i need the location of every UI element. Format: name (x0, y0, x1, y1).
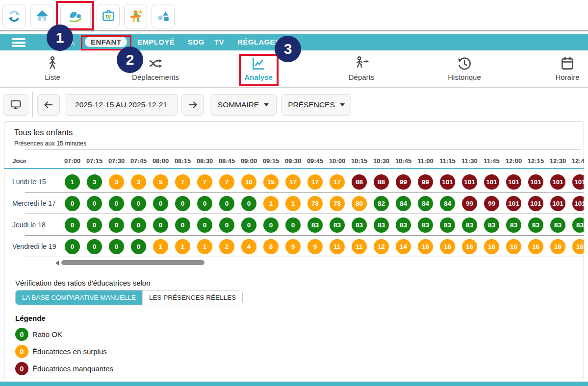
date-range-label: 2025-12-15 AU 2025-12-21 (75, 100, 167, 109)
presence-cell: 17 (282, 174, 304, 190)
shapes-button[interactable] (152, 4, 175, 28)
monitor-view-button[interactable] (3, 94, 28, 116)
presence-count-badge: 16 (572, 239, 584, 254)
presence-cell: 0 (83, 196, 105, 211)
presence-cell: 0 (128, 196, 150, 211)
presence-cell: 16 (503, 239, 525, 254)
presence-cell: 84 (392, 196, 414, 211)
scroll-left-icon[interactable] (55, 261, 59, 265)
time-column-header: 11:00 (414, 157, 436, 165)
presence-cell: 99 (392, 174, 414, 190)
time-column-header: 12:45 (569, 157, 584, 165)
presence-count-badge: 83 (462, 217, 477, 233)
butterfly-button[interactable] (60, 4, 91, 28)
tab-label: Historique (430, 73, 499, 81)
presence-cell: 11 (326, 239, 348, 254)
tv-button[interactable]: tv (97, 4, 120, 28)
chevron-down-icon (264, 103, 269, 106)
hamburger-menu-icon[interactable] (12, 38, 26, 47)
presence-cell: 16 (481, 239, 503, 254)
home-button[interactable] (30, 4, 53, 28)
day-label: Jeudi le 18 (4, 221, 61, 229)
presences-dropdown[interactable]: PRÉSENCES (281, 94, 351, 116)
tab-historique[interactable]: Historique (430, 55, 499, 81)
tab-horaire[interactable]: Horaire (533, 55, 588, 81)
presence-count-badge: 101 (528, 174, 543, 190)
table-header-row: Jour 07:0007:1507:3007:4508:0008:1508:30… (4, 153, 584, 169)
line-chart-icon (250, 55, 267, 72)
nav-item-reglages[interactable]: RÉGLAGES (237, 38, 280, 46)
nav-item-employe[interactable]: EMPLOYÉ (137, 38, 175, 46)
presence-count-badge: 16 (550, 239, 565, 254)
scrollbar-thumb[interactable] (61, 260, 205, 265)
table-row: Vendredi le 1900001112489911111214161616… (4, 236, 584, 257)
divider (32, 92, 33, 117)
time-column-header: 12:00 (503, 157, 525, 165)
nav-item-enfant[interactable]: ENFANT (85, 37, 127, 47)
presence-count-badge: 83 (440, 217, 455, 233)
table-row: Jeudi le 1800000000000838383838383838383… (4, 214, 584, 236)
presence-count-badge: 101 (572, 174, 584, 190)
presence-count-badge: 0 (197, 217, 212, 233)
presence-cell: 17 (326, 174, 348, 190)
presence-count-badge: 7 (219, 174, 234, 190)
butterfly-icon (68, 8, 83, 24)
presences-label: PRÉSENCES (288, 100, 335, 109)
presence-cell: 11 (348, 239, 370, 254)
presence-cell: 101 (547, 196, 569, 211)
inukshuk-button[interactable] (124, 4, 147, 28)
presence-count-badge: 0 (175, 196, 190, 211)
tab-departs[interactable]: Départs (327, 55, 396, 81)
presence-cell: 84 (436, 196, 459, 211)
presence-cell: 83 (370, 217, 392, 233)
presence-cell: 1 (282, 196, 304, 211)
ratio-heading: Vérification des ratios d'éducatrices se… (15, 279, 151, 287)
presence-count-badge: 0 (87, 217, 102, 233)
date-range-button[interactable]: 2025-12-15 AU 2025-12-21 (65, 94, 178, 116)
presence-cell: 99 (459, 196, 481, 211)
presence-cell: 0 (128, 239, 150, 254)
monitor-icon (9, 98, 22, 111)
tab-label: Horaire (533, 73, 588, 81)
legend-item: 0Éducatrices manquantes (15, 360, 113, 377)
presence-count-badge: 17 (285, 174, 301, 190)
presence-cell: 1 (61, 174, 83, 190)
presence-count-badge: 83 (418, 217, 433, 233)
presence-cell: 0 (150, 196, 172, 211)
presence-count-badge: 101 (550, 174, 565, 190)
legend-item: 0Éducatrices en surplus (15, 343, 113, 360)
presence-cell: 3 (128, 174, 150, 190)
top-toolbar: tv (0, 0, 588, 31)
presence-cell: 16 (414, 239, 436, 254)
nav-item-tv[interactable]: TV (214, 38, 224, 46)
presence-cell: 80 (348, 196, 370, 211)
presence-count-badge: 101 (506, 174, 521, 190)
presence-count-badge: 0 (109, 196, 124, 211)
tab-liste[interactable]: Liste (18, 55, 87, 81)
presence-cell: 78 (304, 196, 326, 211)
presence-cell: 83 (547, 217, 569, 233)
sommaire-dropdown[interactable]: SOMMAIRE (210, 94, 277, 116)
ratio-toggle-presences-reelles[interactable]: LES PRÉSENCES RÉELLES (142, 290, 242, 305)
presence-count-badge: 83 (506, 217, 521, 233)
presence-count-badge: 101 (550, 196, 565, 211)
sommaire-label: SOMMAIRE (218, 100, 259, 109)
presence-cell: 1 (194, 239, 216, 254)
nav-item-sdg[interactable]: SDG (188, 38, 205, 46)
legend-label: Ratio OK (32, 330, 62, 338)
presence-count-badge: 101 (440, 174, 455, 190)
presence-cell: 101 (503, 196, 525, 211)
presence-cell: 17 (304, 174, 326, 190)
presence-count-badge: 14 (396, 239, 411, 254)
presence-count-badge: 0 (197, 196, 212, 211)
presence-count-badge: 0 (65, 239, 80, 254)
previous-week-button[interactable] (37, 94, 60, 116)
time-column-header: 08:30 (194, 157, 216, 165)
presence-count-badge: 1 (175, 239, 190, 254)
ratio-toggle-base-comparative[interactable]: LA BASE COMPARATIVE MANUELLE (16, 290, 142, 305)
time-column-header: 08:15 (172, 157, 194, 165)
next-week-button[interactable] (181, 94, 204, 116)
callout-badge-3: 3 (275, 36, 301, 62)
refresh-button[interactable] (2, 4, 26, 28)
chevron-down-icon (340, 103, 345, 106)
